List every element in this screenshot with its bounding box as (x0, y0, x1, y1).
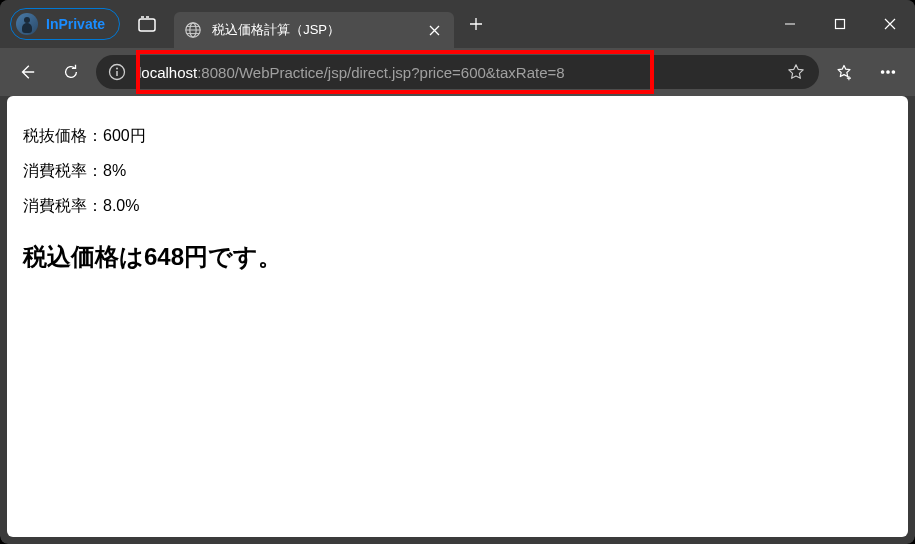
toolbar: localhost:8080/WebPractice/jsp/direct.js… (0, 48, 915, 96)
url-text[interactable]: localhost:8080/WebPractice/jsp/direct.js… (138, 64, 769, 81)
tab-actions-button[interactable] (128, 5, 166, 43)
tax-rate-int-line: 消費税率：8% (23, 161, 892, 182)
close-icon (884, 18, 896, 30)
tax-rate-float-line: 消費税率：8.0% (23, 196, 892, 217)
star-icon (787, 63, 805, 81)
close-window-button[interactable] (865, 0, 915, 48)
titlebar: InPrivate 税込価格計算（JSP） (0, 0, 915, 48)
globe-icon (184, 21, 202, 39)
maximize-button[interactable] (815, 0, 865, 48)
address-bar[interactable]: localhost:8080/WebPractice/jsp/direct.js… (96, 55, 819, 89)
minimize-icon (784, 18, 796, 30)
site-info-button[interactable] (106, 61, 128, 83)
svg-rect-0 (139, 19, 155, 31)
favorites-button[interactable] (825, 53, 863, 91)
settings-menu-button[interactable] (869, 53, 907, 91)
plus-icon (469, 17, 483, 31)
price-incl-tax-heading: 税込価格は648円です。 (23, 241, 892, 273)
active-tab[interactable]: 税込価格計算（JSP） (174, 12, 454, 48)
svg-point-5 (116, 68, 118, 70)
price-excl-tax-line: 税抜価格：600円 (23, 126, 892, 147)
info-icon (108, 63, 126, 81)
arrow-left-icon (18, 63, 36, 81)
inprivate-badge[interactable]: InPrivate (10, 8, 120, 40)
svg-point-7 (887, 71, 889, 73)
page-content: 税抜価格：600円 消費税率：8% 消費税率：8.0% 税込価格は648円です。 (7, 96, 908, 537)
minimize-button[interactable] (765, 0, 815, 48)
new-tab-button[interactable] (458, 6, 494, 42)
svg-point-8 (892, 71, 894, 73)
tab-close-button[interactable] (424, 20, 444, 40)
refresh-icon (62, 63, 80, 81)
tab-overview-icon (138, 16, 156, 32)
close-icon (429, 25, 440, 36)
back-button[interactable] (8, 53, 46, 91)
star-plus-icon (835, 63, 853, 81)
svg-point-6 (881, 71, 883, 73)
inprivate-label: InPrivate (46, 16, 105, 32)
svg-rect-3 (836, 20, 845, 29)
maximize-icon (834, 18, 846, 30)
url-host: localhost (138, 64, 197, 81)
window-controls (765, 0, 915, 48)
favorite-button[interactable] (779, 57, 813, 87)
url-path: :8080/WebPractice/jsp/direct.jsp?price=6… (197, 64, 564, 81)
refresh-button[interactable] (52, 53, 90, 91)
inprivate-avatar-icon (16, 13, 38, 35)
browser-window: InPrivate 税込価格計算（JSP） (0, 0, 915, 544)
more-icon (879, 63, 897, 81)
tab-title: 税込価格計算（JSP） (212, 21, 414, 39)
